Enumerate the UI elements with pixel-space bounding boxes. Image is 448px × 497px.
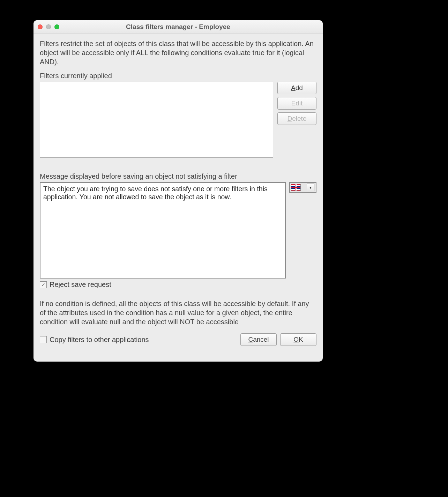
chevron-down-icon: ▼ bbox=[307, 184, 314, 191]
close-icon[interactable] bbox=[38, 24, 43, 29]
message-textarea[interactable] bbox=[40, 182, 286, 279]
delete-button: Delete bbox=[277, 112, 316, 125]
dialog-content: Filters restrict the set of objects of t… bbox=[33, 34, 323, 362]
zoom-icon[interactable] bbox=[54, 24, 59, 29]
add-button[interactable]: Add bbox=[277, 82, 316, 94]
filters-listbox[interactable] bbox=[40, 82, 273, 158]
uk-flag-icon bbox=[291, 184, 300, 191]
window-title: Class filters manager - Employee bbox=[33, 23, 323, 31]
copy-filters-label: Copy filters to other applications bbox=[50, 336, 149, 344]
reject-save-label: Reject save request bbox=[50, 281, 111, 289]
footer-description: If no condition is defined, all the obje… bbox=[40, 299, 316, 326]
minimize-icon[interactable] bbox=[46, 24, 51, 29]
dialog-window: Class filters manager - Employee Filters… bbox=[33, 20, 323, 362]
titlebar[interactable]: Class filters manager - Employee bbox=[33, 20, 323, 34]
edit-button: Edit bbox=[277, 97, 316, 110]
cancel-button[interactable]: Cancel bbox=[240, 333, 277, 346]
reject-save-checkbox[interactable] bbox=[40, 281, 47, 288]
copy-filters-checkbox[interactable] bbox=[40, 336, 47, 343]
ok-button[interactable]: OK bbox=[280, 333, 316, 346]
description-text: Filters restrict the set of objects of t… bbox=[40, 39, 316, 66]
locale-dropdown[interactable]: ▼ bbox=[289, 182, 316, 193]
window-controls bbox=[38, 24, 59, 29]
message-label: Message displayed before saving an objec… bbox=[40, 172, 316, 181]
filters-label: Filters currently applied bbox=[40, 71, 316, 80]
